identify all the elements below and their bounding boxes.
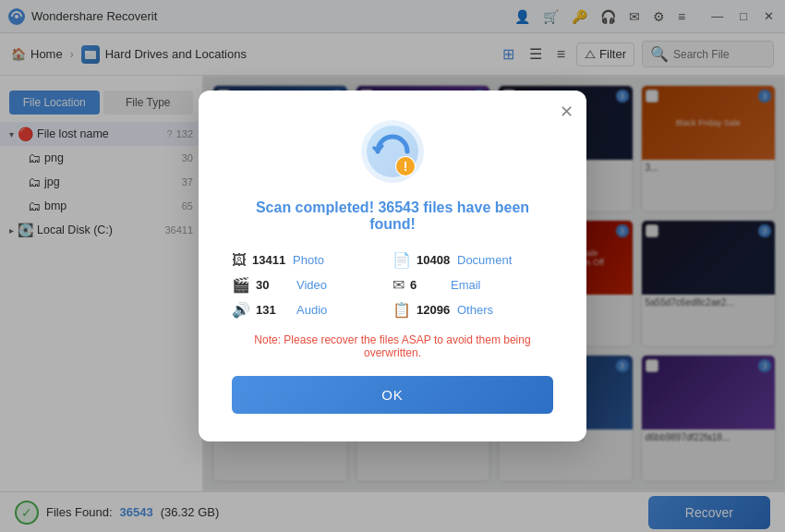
stat-others-row: 📋 12096 Others [392, 301, 553, 319]
recoverit-logo: ! [359, 118, 426, 185]
modal-title: Scan completed! 36543 files have been fo… [232, 200, 553, 233]
modal-ok-button[interactable]: OK [232, 376, 553, 414]
others-icon: 📋 [392, 301, 411, 319]
svg-text:!: ! [404, 159, 408, 174]
others-count: 12096 [417, 303, 452, 317]
document-count: 10408 [417, 253, 452, 267]
stat-document-row: 📄 10408 Document [392, 251, 553, 269]
audio-count: 131 [256, 303, 291, 317]
email-link[interactable]: Email [451, 278, 481, 292]
document-icon: 📄 [392, 251, 411, 269]
modal-title-text1: Scan completed! [256, 200, 374, 215]
others-link[interactable]: Others [457, 303, 493, 317]
email-count: 6 [410, 278, 445, 292]
stat-audio-row: 🔊 131 Audio [232, 301, 392, 319]
video-count: 30 [256, 278, 291, 292]
audio-link[interactable]: Audio [296, 303, 327, 317]
video-link[interactable]: Video [296, 278, 327, 292]
modal-overlay: ✕ ! Scan com [0, 0, 785, 532]
photo-link[interactable]: Photo [293, 253, 324, 267]
modal-stats: 🖼 13411 Photo 📄 10408 Document 🎬 30 Vide… [232, 251, 553, 319]
audio-icon: 🔊 [232, 301, 250, 319]
stat-photo-row: 🖼 13411 Photo [232, 251, 392, 269]
modal-note: Note: Please recover the files ASAP to a… [232, 333, 553, 359]
modal-close-button[interactable]: ✕ [560, 102, 574, 122]
photo-count: 13411 [252, 253, 287, 267]
modal-icon-wrap: ! [232, 118, 553, 185]
modal-highlight-count: 36543 [378, 200, 419, 215]
video-icon: 🎬 [232, 276, 250, 294]
email-icon: ✉ [392, 276, 405, 294]
stat-video-row: 🎬 30 Video [232, 276, 392, 294]
photo-icon: 🖼 [232, 252, 247, 269]
document-link[interactable]: Document [457, 253, 512, 267]
scan-complete-modal: ✕ ! Scan com [199, 91, 586, 441]
stat-email-row: ✉ 6 Email [392, 276, 553, 294]
